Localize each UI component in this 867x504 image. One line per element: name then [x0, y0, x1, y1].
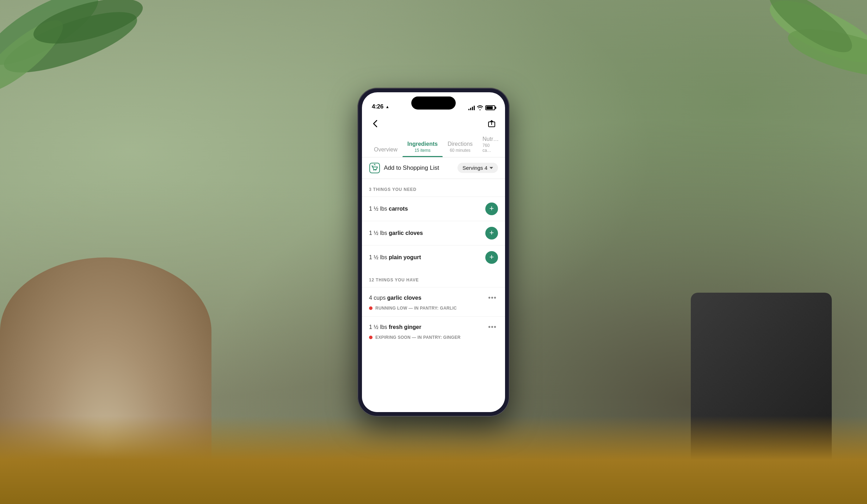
status-time: 4:26 ▲: [372, 103, 389, 110]
need-section-header: 3 THINGS YOU NEED: [362, 179, 505, 197]
content-area: Add to Shopping List Servings 4 3 THINGS…: [362, 157, 505, 412]
status-dot-red-2: [369, 336, 373, 339]
have-item-2-name: fresh ginger: [389, 324, 421, 330]
servings-chevron-icon: [490, 167, 493, 169]
nav-bar: [362, 113, 505, 134]
have-item-2-top: 1 ½ lbs fresh ginger •••: [369, 322, 498, 333]
need-section-title: 3 THINGS YOU NEED: [369, 187, 417, 192]
location-arrow-icon: ▲: [386, 105, 389, 109]
need-item-1: 1 ½ lbs carrots +: [362, 197, 505, 221]
wifi-icon: [477, 105, 483, 110]
have-item-1-name: garlic cloves: [387, 295, 422, 301]
plus-icon-2: +: [490, 229, 494, 237]
plus-icon: +: [490, 205, 494, 212]
shopping-cart-icon: [369, 162, 380, 174]
time-display: 4:26: [372, 103, 383, 110]
tab-overview[interactable]: Overview: [369, 147, 402, 157]
share-button[interactable]: [485, 117, 498, 130]
add-to-shopping-list-text: Add to Shopping List: [384, 164, 454, 172]
have-item-1-status: RUNNING LOW — IN PANTRY: GARLIC: [369, 306, 498, 314]
need-item-2-info: 1 ½ lbs garlic cloves: [369, 230, 485, 236]
need-item-3: 1 ½ lbs plain yogurt +: [362, 245, 505, 269]
need-item-1-name: carrots: [389, 206, 408, 212]
need-item-1-info: 1 ½ lbs carrots: [369, 206, 485, 212]
servings-label: Servings 4: [462, 165, 487, 171]
plant-decoration-right: [691, 0, 867, 123]
share-icon: [488, 120, 496, 127]
need-item-3-amount: 1 ½ lbs: [369, 254, 389, 260]
svg-point-10: [375, 169, 376, 170]
add-carrots-button[interactable]: +: [485, 203, 498, 215]
add-yogurt-button[interactable]: +: [485, 251, 498, 264]
have-item-1-more-button[interactable]: •••: [487, 292, 498, 304]
have-item-1-info: 4 cups garlic cloves: [369, 295, 487, 301]
tab-ingredients[interactable]: Ingredients 15 items: [402, 141, 443, 157]
tabs-container: Overview Ingredients 15 items Directions…: [362, 134, 505, 157]
signal-icon: [468, 105, 475, 110]
dynamic-island: [411, 97, 456, 110]
battery-icon: [485, 105, 495, 110]
svg-point-9: [374, 169, 375, 170]
have-item-2-amount: 1 ½ lbs: [369, 324, 389, 330]
status-icons: [468, 105, 495, 110]
need-item-2-amount: 1 ½ lbs: [369, 230, 389, 236]
back-button[interactable]: [369, 117, 382, 130]
have-item-2: 1 ½ lbs fresh ginger ••• EXPIRING SOON —…: [362, 316, 505, 346]
shopping-list-bar: Add to Shopping List Servings 4: [362, 157, 505, 179]
plant-decoration-left: [0, 0, 176, 123]
have-item-1-amount: 4 cups: [369, 295, 387, 301]
have-item-1: 4 cups garlic cloves ••• RUNNING LOW — I…: [362, 287, 505, 316]
have-item-2-more-button[interactable]: •••: [487, 322, 498, 333]
status-dot-red: [369, 306, 373, 310]
have-item-1-status-text: RUNNING LOW — IN PANTRY: GARLIC: [375, 306, 457, 311]
need-item-3-info: 1 ½ lbs plain yogurt: [369, 254, 485, 261]
tab-nutrition[interactable]: Nutr… 760 ca…: [478, 136, 504, 157]
servings-dropdown[interactable]: Servings 4: [457, 163, 498, 173]
back-chevron-icon: [373, 120, 378, 127]
plus-icon-3: +: [490, 253, 494, 261]
add-garlic-button[interactable]: +: [485, 227, 498, 239]
need-item-2: 1 ½ lbs garlic cloves +: [362, 221, 505, 245]
need-item-2-name: garlic cloves: [389, 230, 423, 236]
phone-screen: 4:26 ▲: [362, 92, 505, 412]
have-item-2-status-text: EXPIRING SOON — IN PANTRY: GINGER: [375, 335, 461, 340]
have-section-title: 12 THINGS YOU HAVE: [369, 278, 419, 282]
need-item-1-amount: 1 ½ lbs: [369, 206, 389, 212]
have-item-2-status: EXPIRING SOON — IN PANTRY: GINGER: [369, 335, 498, 343]
have-section-header: 12 THINGS YOU HAVE: [362, 269, 505, 287]
phone-device: 4:26 ▲: [358, 88, 509, 416]
need-item-3-name: plain yogurt: [389, 254, 421, 260]
tab-directions[interactable]: Directions 60 minutes: [443, 141, 478, 157]
have-item-1-top: 4 cups garlic cloves •••: [369, 292, 498, 304]
wood-surface: [0, 416, 867, 504]
more-dots-icon-2: •••: [488, 323, 497, 331]
more-dots-icon: •••: [488, 294, 497, 302]
have-item-2-info: 1 ½ lbs fresh ginger: [369, 324, 487, 330]
